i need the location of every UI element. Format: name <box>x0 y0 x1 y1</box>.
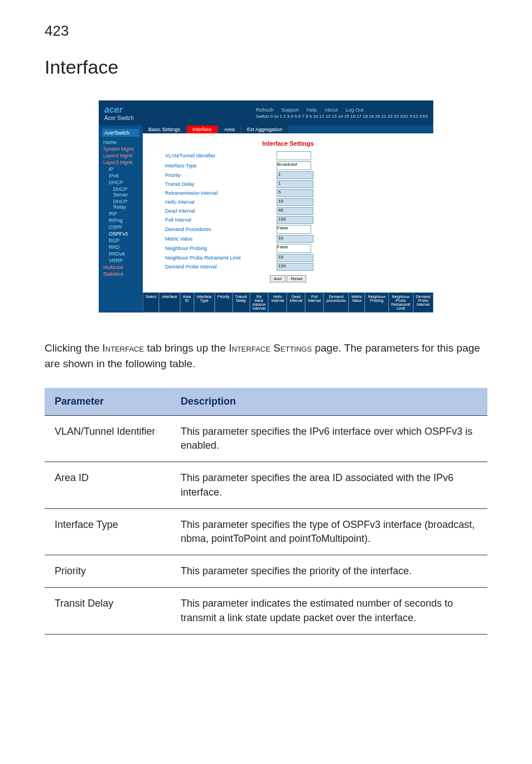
col-description: Description <box>171 388 487 416</box>
top-links: Refresh Support Help About Log Out <box>256 107 428 113</box>
page-number: 423 <box>45 22 487 40</box>
grid-col: Demand Probe Interval <box>413 292 433 313</box>
grid-col: Demand procedures <box>323 292 349 313</box>
table-row: Interface TypeThis parameter specifies t… <box>45 508 487 555</box>
setting-label: Transit Delay <box>165 181 277 187</box>
setting-input[interactable]: 5 <box>277 189 313 197</box>
link-support[interactable]: Support <box>281 107 299 113</box>
grid-col: Select <box>143 292 159 313</box>
tab-area[interactable]: Area <box>219 126 240 133</box>
setting-input[interactable]: 40 <box>277 207 313 215</box>
sidebar-item[interactable]: Multicast <box>102 264 139 271</box>
setting-label: Priority <box>165 172 277 178</box>
sidebar-item[interactable]: IP <box>102 166 139 172</box>
link-help[interactable]: Help <box>307 107 317 113</box>
link-logout[interactable]: Log Out <box>346 107 364 113</box>
parameters-table: Parameter Description VLAN/Tunnel Identi… <box>45 388 487 635</box>
sidebar-item[interactable]: VRRP <box>102 257 139 264</box>
setting-label: Poll Interval <box>165 217 277 223</box>
setting-select[interactable]: Broadcast <box>277 161 311 170</box>
sidebar-item[interactable]: Layer2 Mgmt <box>102 152 139 159</box>
tab-basic-settings[interactable]: Basic Settings <box>143 126 186 133</box>
grid-col: Area ID <box>180 292 194 313</box>
grid-col: Interface Type <box>194 292 215 313</box>
table-row: Transit DelayThis parameter indicates th… <box>45 588 487 634</box>
param-name: Transit Delay <box>45 588 171 634</box>
table-row: PriorityThis parameter specifies the pri… <box>45 555 487 588</box>
brand-logo: acer <box>104 105 134 115</box>
setting-input[interactable]: 10 <box>277 235 313 243</box>
setting-input[interactable]: 120 <box>277 216 313 224</box>
nav-header: AcerSwitch <box>102 129 139 137</box>
sidebar-item[interactable]: IPv6 <box>102 172 139 179</box>
param-desc: This parameter specifies the area ID ass… <box>171 462 487 508</box>
setting-select[interactable]: False <box>277 244 311 253</box>
grid-col: Neighbour Probing <box>365 292 388 313</box>
sidebar-item[interactable]: OSPFv3 <box>102 230 139 237</box>
grid-col: Metric Value <box>349 292 365 313</box>
grid-col: Re trans mission Interval <box>250 292 269 313</box>
setting-input[interactable]: 10 <box>277 198 313 206</box>
setting-input[interactable]: 10 <box>277 254 313 262</box>
setting-label: Demand Probe Interval <box>165 264 277 270</box>
sidebar-item[interactable]: Layer3 Mgmt <box>102 159 139 166</box>
param-desc: This parameter indicates the estimated n… <box>171 588 487 634</box>
port-indicator: Switch 0 Gi 1 2 3 4 5 6 7 8 9 10 11 12 1… <box>256 113 428 119</box>
sidebar-item[interactable]: BGP <box>102 237 139 244</box>
sidebar-item[interactable]: OSPF <box>102 224 139 230</box>
page-title: Interface <box>45 56 487 78</box>
table-row: Area IDThis parameter specifies the area… <box>45 462 487 508</box>
setting-select[interactable] <box>277 151 311 160</box>
grid-col: Transit Delay <box>233 292 250 313</box>
reset-button[interactable]: Reset <box>287 275 306 282</box>
setting-label: Hello Interval <box>165 199 277 205</box>
sidebar-item[interactable]: RRDv6 <box>102 251 139 257</box>
brand-sub: Acer Switch <box>104 115 134 121</box>
param-desc: This parameter specifies the IPv6 interf… <box>171 416 487 462</box>
setting-label: Neighbour Probing <box>165 246 277 251</box>
grid-col: Poll Interval <box>305 292 323 313</box>
table-row: VLAN/Tunnel IdentifierThis parameter spe… <box>45 416 487 462</box>
link-refresh[interactable]: Refresh <box>256 107 274 113</box>
param-name: Priority <box>45 555 171 588</box>
setting-input[interactable]: 1 <box>277 180 313 188</box>
param-desc: This parameter specifies the type of OSP… <box>171 508 487 555</box>
setting-label: Interface Type <box>165 163 277 169</box>
setting-label: Metric Value <box>165 236 277 242</box>
tab-bar: Basic Settings Interface Area Ext Aggreg… <box>143 126 433 133</box>
intro-paragraph: Clicking the Interface tab brings up the… <box>45 340 487 371</box>
sidebar-item[interactable]: DHCP <box>102 179 139 186</box>
sidebar-item[interactable]: Statistics <box>102 271 139 277</box>
param-name: Interface Type <box>45 508 171 555</box>
grid-col: Hello Interval <box>268 292 287 313</box>
param-name: Area ID <box>45 462 171 508</box>
sidebar-nav: AcerSwitch HomeSystem MgmtLayer2 MgmtLay… <box>99 126 143 313</box>
link-about[interactable]: About <box>325 107 338 113</box>
screenshot-figure: acer Acer Switch Refresh Support Help Ab… <box>99 100 433 313</box>
param-name: VLAN/Tunnel Identifier <box>45 416 171 462</box>
sidebar-item[interactable]: RIP <box>102 210 139 217</box>
add-button[interactable]: Add <box>270 275 286 282</box>
sidebar-item[interactable]: System Mgmt <box>102 146 139 152</box>
setting-label: Demand Procedures <box>165 227 277 232</box>
setting-select[interactable]: False <box>277 225 311 234</box>
setting-label: VLAN/Tunnel Identifier <box>165 153 277 158</box>
setting-label: Neighbour Probe Retransmit Limit <box>165 255 277 261</box>
sidebar-item[interactable]: RRD <box>102 244 139 251</box>
tab-interface[interactable]: Interface <box>187 126 217 133</box>
settings-title: Interface Settings <box>165 140 411 147</box>
grid-col: Dead Interval <box>287 292 305 313</box>
grid-header: SelectInterfaceArea IDInterface TypePrio… <box>143 292 433 313</box>
sidebar-item[interactable]: DHCP Server <box>102 186 139 198</box>
param-desc: This parameter specifies the priority of… <box>171 555 487 588</box>
tab-ext-aggregation[interactable]: Ext Aggregation <box>241 126 288 133</box>
sidebar-item[interactable]: DHCP Relay <box>102 198 139 210</box>
sidebar-item[interactable]: Home <box>102 139 139 146</box>
setting-input[interactable]: 1 <box>277 171 313 179</box>
col-parameter: Parameter <box>45 388 171 416</box>
grid-col: Neighbour Probe Retransmit Limit <box>389 292 413 313</box>
setting-label: Dead Interval <box>165 208 277 214</box>
sidebar-item[interactable]: RIPng <box>102 217 139 224</box>
grid-col: Interface <box>159 292 180 313</box>
setting-input[interactable]: 120 <box>277 263 313 271</box>
